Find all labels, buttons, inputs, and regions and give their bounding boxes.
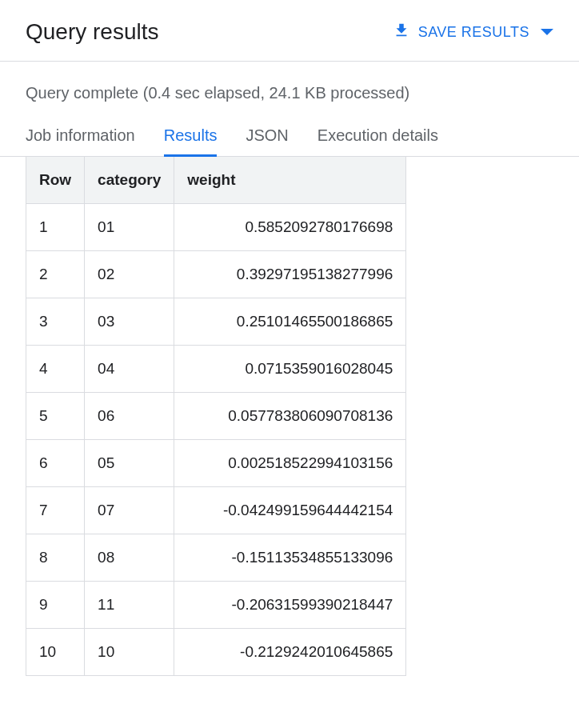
chevron-down-icon <box>541 29 553 35</box>
cell-row: 9 <box>26 582 85 629</box>
cell-weight: 0.25101465500186865 <box>174 298 406 346</box>
table-row: 4040.0715359016028045 <box>26 346 406 393</box>
page-title: Query results <box>26 19 159 45</box>
table-header-row: Row category weight <box>26 157 406 204</box>
cell-row: 2 <box>26 251 85 298</box>
cell-weight: 0.057783806090708136 <box>174 393 406 440</box>
cell-weight: 0.5852092780176698 <box>174 204 406 251</box>
download-icon <box>393 22 410 43</box>
save-results-label: SAVE RESULTS <box>418 24 529 41</box>
table-row: 911-0.20631599390218447 <box>26 582 406 629</box>
table-row: 707-0.042499159644442154 <box>26 487 406 534</box>
cell-category: 11 <box>85 582 174 629</box>
cell-row: 3 <box>26 298 85 346</box>
column-header-weight: weight <box>174 157 406 204</box>
tab-execution-details[interactable]: Execution details <box>317 117 438 157</box>
cell-weight: 0.0715359016028045 <box>174 346 406 393</box>
cell-category: 10 <box>85 629 174 676</box>
table-row: 5060.057783806090708136 <box>26 393 406 440</box>
cell-weight: -0.2129242010645865 <box>174 629 406 676</box>
query-status: Query complete (0.4 sec elapsed, 24.1 KB… <box>0 62 579 117</box>
column-header-category: category <box>85 157 174 204</box>
column-header-row: Row <box>26 157 85 204</box>
table-row: 808-0.15113534855133096 <box>26 534 406 582</box>
cell-category: 05 <box>85 440 174 487</box>
tab-results[interactable]: Results <box>164 117 218 157</box>
cell-category: 06 <box>85 393 174 440</box>
cell-row: 6 <box>26 440 85 487</box>
cell-row: 8 <box>26 534 85 582</box>
save-results-button[interactable]: SAVE RESULTS <box>393 22 553 43</box>
cell-row: 7 <box>26 487 85 534</box>
cell-row: 1 <box>26 204 85 251</box>
tab-json[interactable]: JSON <box>246 117 288 157</box>
cell-category: 07 <box>85 487 174 534</box>
cell-weight: 0.39297195138277996 <box>174 251 406 298</box>
cell-category: 01 <box>85 204 174 251</box>
results-table-container: Row category weight 1010.585209278017669… <box>0 157 579 676</box>
table-row: 1010.5852092780176698 <box>26 204 406 251</box>
cell-weight: 0.002518522994103156 <box>174 440 406 487</box>
cell-weight: -0.20631599390218447 <box>174 582 406 629</box>
cell-category: 08 <box>85 534 174 582</box>
cell-category: 02 <box>85 251 174 298</box>
cell-weight: -0.15113534855133096 <box>174 534 406 582</box>
tabs: Job information Results JSON Execution d… <box>0 117 579 157</box>
results-table: Row category weight 1010.585209278017669… <box>26 157 406 676</box>
cell-weight: -0.042499159644442154 <box>174 487 406 534</box>
table-row: 2020.39297195138277996 <box>26 251 406 298</box>
table-row: 1010-0.2129242010645865 <box>26 629 406 676</box>
cell-row: 10 <box>26 629 85 676</box>
header: Query results SAVE RESULTS <box>0 0 579 62</box>
cell-category: 04 <box>85 346 174 393</box>
cell-category: 03 <box>85 298 174 346</box>
table-row: 3030.25101465500186865 <box>26 298 406 346</box>
tab-job-information[interactable]: Job information <box>26 117 135 157</box>
cell-row: 5 <box>26 393 85 440</box>
cell-row: 4 <box>26 346 85 393</box>
table-row: 6050.002518522994103156 <box>26 440 406 487</box>
